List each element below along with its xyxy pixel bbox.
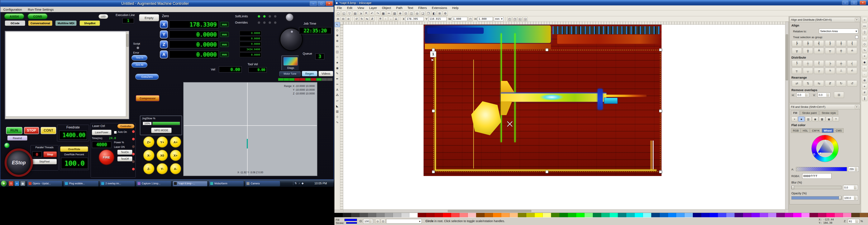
start-button[interactable]: ❖ xyxy=(1,181,7,186)
cont-button[interactable]: CONT xyxy=(41,127,56,134)
ungroup-icon[interactable]: ❐ xyxy=(426,11,431,16)
snap-nodes-icon[interactable]: ◇ xyxy=(862,41,867,47)
relative-to-dropdown[interactable]: Selection Area▾ xyxy=(819,29,858,34)
tray-volume-icon[interactable]: ♪ xyxy=(299,182,300,185)
spiral-tool[interactable]: ◉ xyxy=(335,65,340,70)
palette-swatch[interactable] xyxy=(526,213,535,217)
undo-icon[interactable]: ↶ xyxy=(370,11,374,16)
distribute-right-edges-icon[interactable]: ┦ xyxy=(814,60,824,66)
screen-tab-button[interactable]: GCode xyxy=(5,21,25,26)
close-icon[interactable]: × xyxy=(855,18,859,22)
menubar-item[interactable]: Help xyxy=(450,5,461,10)
selection-handle-e[interactable] xyxy=(659,109,662,112)
laser-power-button[interactable]: LaserPower xyxy=(92,130,112,135)
affect-corners-icon[interactable]: ◱ xyxy=(518,17,522,21)
snap-path-icon[interactable]: ∿ xyxy=(862,47,867,53)
palette-swatch[interactable] xyxy=(860,213,868,217)
palette-swatch[interactable] xyxy=(660,213,668,217)
lower-icon[interactable]: ↓ xyxy=(389,17,393,21)
snap-cusp-nodes-icon[interactable]: ◆ xyxy=(862,59,867,65)
quick-launch-show-desktop[interactable]: ▦ xyxy=(21,181,25,186)
axis-zero-button[interactable]: A xyxy=(160,51,168,58)
menubar-item[interactable]: Filters xyxy=(416,5,429,10)
distribute-gaps-vertical-icon[interactable]: ┶ xyxy=(825,68,835,74)
layer-lock-icon[interactable]: ⊡ xyxy=(381,219,385,224)
screen-tab-button[interactable]: ShopBot xyxy=(80,21,100,26)
quick-launch-opera[interactable]: O xyxy=(9,181,13,186)
calligraphy-tool[interactable]: ✑ xyxy=(335,82,340,87)
palette-swatch[interactable] xyxy=(701,213,710,217)
jog-button[interactable]: Y- xyxy=(157,163,168,174)
align-right-edges-icon[interactable]: ┫ xyxy=(814,40,824,46)
color-mode-tab[interactable]: CMS xyxy=(834,128,844,133)
palette-swatch[interactable] xyxy=(768,213,776,217)
palette-swatch[interactable] xyxy=(426,213,434,217)
snap-smooth-nodes-icon[interactable]: ○ xyxy=(862,65,867,71)
axis-units-button[interactable]: mm xyxy=(220,52,229,57)
align-bottom-edges-icon[interactable]: ┻ xyxy=(814,48,824,54)
height-input[interactable] xyxy=(477,17,493,21)
toolpath-plot[interactable]: Range: X -10.0000 10.0000 Y -10.0000 10.… xyxy=(183,82,317,176)
taskbar-task-button[interactable]: *capt 8.bmp -... xyxy=(173,181,208,186)
distribute-left-edges-icon[interactable]: ┞ xyxy=(792,60,802,66)
copy-icon[interactable]: ▦ xyxy=(381,11,386,16)
align-top-anchor-icon[interactable]: ┯ xyxy=(825,48,835,54)
axis-units-button[interactable]: mm xyxy=(220,32,229,37)
tweak-tool[interactable]: ❋ xyxy=(335,33,340,38)
blur-spinbox[interactable]: 0.0 xyxy=(843,185,858,190)
motor-tune-button[interactable]: Motor Tune xyxy=(279,71,301,76)
paint-none-icon[interactable]: × xyxy=(792,117,798,122)
raise-icon[interactable]: ↑ xyxy=(383,17,388,21)
affect-move-icon[interactable]: ◰ xyxy=(507,17,512,21)
stroke-indicator-swatch[interactable] xyxy=(346,222,357,224)
star-tool[interactable]: ★ xyxy=(335,60,340,65)
axis-zero-button[interactable]: Z xyxy=(160,40,168,49)
align-center-horizontal-icon[interactable]: ╈ xyxy=(803,48,813,54)
palette-swatch[interactable] xyxy=(751,213,760,217)
snap-midpoints-icon[interactable]: ∙ xyxy=(862,71,867,77)
selection-handle-w[interactable] xyxy=(432,109,435,112)
selector-tool[interactable]: ↖ xyxy=(335,22,340,27)
remove-overlaps-button[interactable]: ⊞ xyxy=(834,92,844,98)
taskbar-task-button[interactable]: Opera - Updat... xyxy=(27,181,62,186)
align-center-vertical-icon[interactable]: ╊ xyxy=(803,40,813,46)
selection-handle-ne[interactable] xyxy=(659,49,662,51)
stop-button[interactable]: STOP xyxy=(24,127,39,134)
close-button[interactable]: × xyxy=(326,1,333,6)
palette-swatch[interactable] xyxy=(676,213,684,217)
rgba-input[interactable] xyxy=(802,173,832,179)
distribute-equal-vertical-icon[interactable]: ┴ xyxy=(836,68,846,74)
color-wheel[interactable] xyxy=(811,135,839,162)
selection-box[interactable] xyxy=(433,50,660,172)
palette-swatch[interactable] xyxy=(610,213,618,217)
preferences-icon[interactable]: ⚙ xyxy=(443,11,448,16)
fill-stroke-tab[interactable]: Stroke paint xyxy=(800,110,819,115)
script-action-button[interactable]: Zero All xyxy=(131,62,147,68)
affect-gradient-icon[interactable]: ◲ xyxy=(523,17,528,21)
palette-swatch[interactable] xyxy=(518,213,526,217)
menubar-item[interactable]: Text xyxy=(405,5,416,10)
palette-swatch[interactable] xyxy=(468,213,476,217)
palette-swatch[interactable] xyxy=(626,213,634,217)
snap-bbox-edges-icon[interactable]: ▯ xyxy=(862,29,867,35)
mpg-mode-button[interactable]: MPG MODE xyxy=(151,128,172,133)
script-action-button[interactable]: Time In xyxy=(131,55,147,61)
palette-swatch[interactable] xyxy=(501,213,509,217)
text-tool[interactable]: A xyxy=(335,87,340,92)
distribute-gaps-horizontal-icon[interactable]: ╞ xyxy=(825,60,835,66)
object-opacity-spinbox[interactable]: 100 xyxy=(363,219,373,224)
palette-swatch[interactable] xyxy=(634,213,643,217)
taskbar-task-button[interactable]: MobaXterm xyxy=(209,181,244,186)
eraser-tool[interactable]: ▱ xyxy=(335,98,340,103)
palette-swatch[interactable] xyxy=(568,213,576,217)
new-document-icon[interactable]: ▢ xyxy=(336,11,341,16)
menubar-item[interactable]: View xyxy=(355,5,367,10)
rearrange-unclump-icon[interactable]: ↺ xyxy=(847,80,857,87)
palette-swatch[interactable] xyxy=(743,213,751,217)
palette-swatch[interactable] xyxy=(460,213,468,217)
taskbar-task-button[interactable]: Capture 1.bmp... xyxy=(136,181,171,186)
canvas-hscrollbar[interactable] xyxy=(343,210,785,213)
horizontal-ruler[interactable] xyxy=(343,22,785,25)
paint-flat-icon[interactable]: ■ xyxy=(798,117,805,122)
lower-to-bottom-icon[interactable]: ⇊ xyxy=(394,17,398,21)
